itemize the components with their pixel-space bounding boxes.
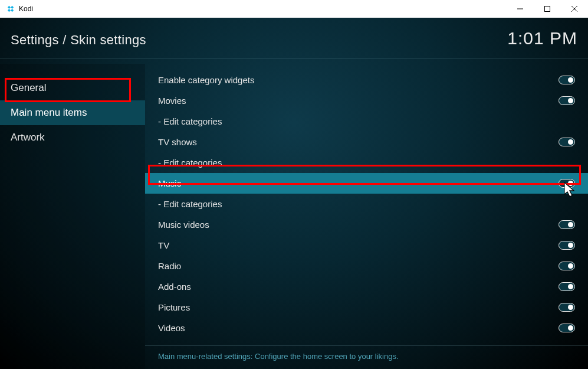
setting-row-music[interactable]: Music xyxy=(145,173,588,194)
setting-label: - Edit categories xyxy=(158,116,575,126)
toggle-switch[interactable] xyxy=(559,303,575,312)
footer-help: Main menu-related settings: Configure th… xyxy=(145,345,588,369)
titlebar: Kodi xyxy=(0,0,588,18)
setting-label: Music videos xyxy=(158,220,559,230)
sidebar-item-main-menu-items[interactable]: Main menu items xyxy=(0,100,145,125)
toggle-switch[interactable] xyxy=(559,282,575,291)
setting-label: Movies xyxy=(158,96,559,106)
setting-row-enable-category-widgets[interactable]: Enable category widgets xyxy=(145,70,588,90)
kodi-logo-icon xyxy=(6,4,15,14)
setting-row-movies[interactable]: Movies xyxy=(145,90,588,111)
svg-rect-1 xyxy=(8,6,11,9)
setting-label: TV xyxy=(158,240,559,250)
setting-row-radio[interactable]: Radio xyxy=(145,256,588,276)
sidebar-item-artwork[interactable]: Artwork xyxy=(0,125,145,150)
setting-row-tv-shows[interactable]: TV shows xyxy=(145,132,588,152)
svg-rect-5 xyxy=(545,6,550,12)
settings-list: Enable category widgetsMovies- Edit cate… xyxy=(145,70,588,345)
setting-label: Pictures xyxy=(158,302,559,312)
breadcrumb: Settings / Skin settings xyxy=(11,32,146,48)
minimize-button[interactable] xyxy=(507,0,534,18)
app: Settings / Skin settings 1:01 PM General… xyxy=(0,18,588,369)
close-button[interactable] xyxy=(561,0,588,18)
svg-rect-2 xyxy=(11,9,14,12)
toggle-switch[interactable] xyxy=(559,76,575,84)
titlebar-controls xyxy=(507,0,588,18)
toggle-switch[interactable] xyxy=(559,96,575,105)
toggle-switch[interactable] xyxy=(559,241,575,250)
main-pane: Enable category widgetsMovies- Edit cate… xyxy=(145,64,588,369)
setting-row--edit-categories[interactable]: - Edit categories xyxy=(145,111,588,132)
svg-rect-3 xyxy=(8,9,11,12)
setting-label: TV shows xyxy=(158,137,559,147)
setting-row-pictures[interactable]: Pictures xyxy=(145,297,588,318)
setting-label: - Edit categories xyxy=(158,158,575,168)
setting-label: Add-ons xyxy=(158,282,559,292)
clock: 1:01 PM xyxy=(507,28,577,48)
maximize-button[interactable] xyxy=(534,0,561,18)
setting-row-add-ons[interactable]: Add-ons xyxy=(145,276,588,297)
toggle-switch[interactable] xyxy=(559,262,575,270)
sidebar-item-general[interactable]: General xyxy=(0,76,145,100)
toggle-switch[interactable] xyxy=(559,138,575,146)
svg-rect-0 xyxy=(11,6,14,9)
app-header: Settings / Skin settings 1:01 PM xyxy=(0,18,588,58)
toggle-switch[interactable] xyxy=(559,179,575,188)
toggle-switch[interactable] xyxy=(559,220,575,229)
setting-label: Music xyxy=(158,178,559,188)
setting-label: Radio xyxy=(158,261,559,271)
sidebar: GeneralMain menu itemsArtwork xyxy=(0,64,145,369)
setting-row-tv[interactable]: TV xyxy=(145,235,588,256)
setting-row--edit-categories[interactable]: - Edit categories xyxy=(145,194,588,214)
setting-label: - Edit categories xyxy=(158,199,575,209)
setting-row-videos[interactable]: Videos xyxy=(145,318,588,338)
setting-label: Enable category widgets xyxy=(158,75,559,85)
toggle-switch[interactable] xyxy=(559,324,575,332)
setting-row-music-videos[interactable]: Music videos xyxy=(145,214,588,235)
setting-label: Videos xyxy=(158,323,559,333)
setting-row--edit-categories[interactable]: - Edit categories xyxy=(145,152,588,173)
window-title: Kodi xyxy=(19,5,33,13)
